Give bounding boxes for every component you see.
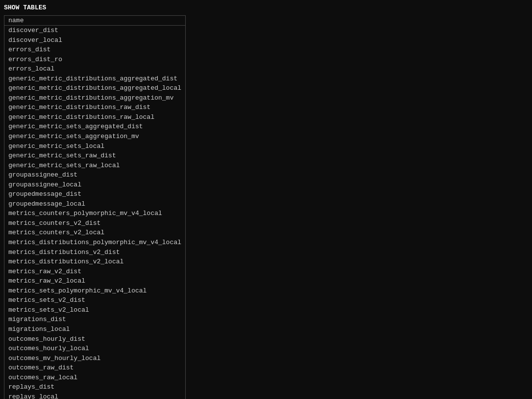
- table-list-item: migrations_local: [4, 325, 185, 334]
- table-list-item: outcomes_raw_local: [4, 373, 185, 383]
- table-list-item: metrics_sets_v2_dist: [4, 295, 185, 305]
- table-list-item: generic_metric_sets_aggregation_mv: [4, 132, 185, 142]
- table-list-item: generic_metric_sets_aggregated_dist: [4, 122, 185, 132]
- table-list-item: metrics_distributions_polymorphic_mv_v4_…: [4, 238, 185, 248]
- result-column-header: name: [4, 16, 185, 26]
- table-list-item: errors_dist: [4, 45, 185, 55]
- table-list-item: generic_metric_distributions_aggregation…: [4, 93, 185, 103]
- table-list-item: generic_metric_distributions_raw_local: [4, 112, 185, 122]
- table-list-item: errors_local: [4, 64, 185, 74]
- table-list-item: generic_metric_sets_raw_local: [4, 161, 185, 171]
- table-list-item: groupedmessage_local: [4, 199, 185, 209]
- table-list-item: replays_dist: [4, 382, 185, 392]
- table-list-item: groupassignee_local: [4, 180, 185, 190]
- table-list-item: outcomes_hourly_dist: [4, 334, 185, 344]
- table-list-item: discover_local: [4, 36, 185, 45]
- table-list-item: replays_local: [4, 392, 185, 399]
- show-tables-result: name discover_distdiscover_localerrors_d…: [4, 15, 186, 399]
- show-tables-command: SHOW TABLES: [4, 2, 528, 13]
- table-list-item: migrations_dist: [4, 315, 185, 325]
- table-list-item: outcomes_mv_hourly_local: [4, 354, 185, 363]
- table-list-item: groupedmessage_dist: [4, 189, 185, 199]
- terminal-output: SHOW TABLES name discover_distdiscover_l…: [0, 0, 532, 399]
- table-list-item: metrics_counters_v2_dist: [4, 218, 185, 228]
- table-list-item: groupassignee_dist: [4, 170, 185, 180]
- table-list-item: discover_dist: [4, 26, 185, 36]
- table-list-item: metrics_sets_polymorphic_mv_v4_local: [4, 286, 185, 296]
- table-list-item: metrics_raw_v2_local: [4, 276, 185, 286]
- table-list-item: errors_dist_ro: [4, 55, 185, 65]
- table-list-item: outcomes_hourly_local: [4, 344, 185, 354]
- table-list-item: generic_metric_sets_local: [4, 142, 185, 151]
- table-list-item: generic_metric_distributions_raw_dist: [4, 103, 185, 112]
- table-list-item: metrics_counters_polymorphic_mv_v4_local: [4, 209, 185, 218]
- table-list-item: generic_metric_distributions_aggregated_…: [4, 83, 185, 93]
- table-list-item: metrics_distributions_v2_local: [4, 257, 185, 267]
- table-list-item: metrics_sets_v2_local: [4, 305, 185, 315]
- table-list-item: generic_metric_distributions_aggregated_…: [4, 74, 185, 84]
- table-list-item: metrics_counters_v2_local: [4, 228, 185, 238]
- table-list-item: metrics_raw_v2_dist: [4, 267, 185, 277]
- table-list-item: generic_metric_sets_raw_dist: [4, 151, 185, 161]
- table-list-item: outcomes_raw_dist: [4, 363, 185, 373]
- table-list-item: metrics_distributions_v2_dist: [4, 248, 185, 257]
